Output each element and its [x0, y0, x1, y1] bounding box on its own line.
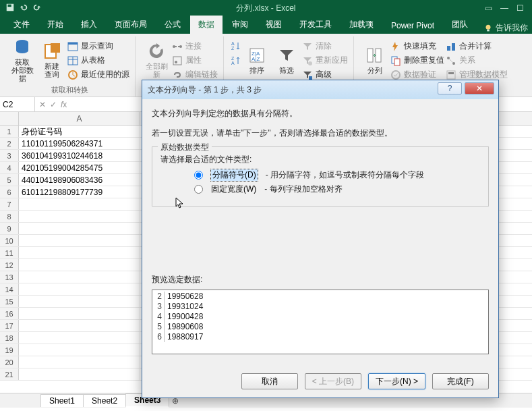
cancel-button[interactable]: 取消 — [241, 373, 298, 389]
row-header[interactable]: 19 — [0, 344, 19, 356]
tab-formulas[interactable]: 公式 — [156, 16, 189, 34]
row-header[interactable]: 6 — [0, 186, 19, 198]
row-header[interactable]: 13 — [0, 271, 19, 283]
cancel-formula-icon[interactable]: ✕ — [39, 100, 46, 109]
row-header[interactable]: 11 — [0, 247, 19, 258]
sort-desc-button[interactable]: ZA — [231, 54, 241, 67]
finish-button[interactable]: 完成(F) — [432, 373, 489, 389]
cell[interactable] — [19, 271, 140, 283]
tab-data[interactable]: 数据 — [190, 16, 223, 34]
connections-button[interactable]: 连接 — [172, 39, 218, 53]
minimize-icon[interactable]: — — [500, 3, 508, 13]
row-header[interactable]: 2 — [0, 138, 19, 149]
row-header[interactable]: 16 — [0, 308, 19, 319]
radio-delimited[interactable] — [194, 171, 203, 180]
reapply-button[interactable]: 重新应用 — [302, 53, 348, 67]
radio-fixed-width[interactable] — [194, 185, 203, 194]
tab-home[interactable]: 开始 — [39, 16, 71, 34]
clear-filter-button[interactable]: 清除 — [302, 39, 348, 53]
show-queries-button[interactable]: 显示查询 — [67, 39, 129, 53]
cell[interactable] — [19, 211, 140, 222]
dialog-help-button[interactable]: ? — [438, 82, 462, 94]
row-header[interactable]: 12 — [0, 259, 19, 271]
ribbon-display-icon[interactable]: ▭ — [485, 3, 492, 13]
sort-asc-button[interactable]: AZ — [231, 39, 241, 53]
text-to-columns-button[interactable]: 分列 — [361, 36, 389, 84]
select-all-corner[interactable] — [0, 112, 19, 125]
flash-fill-button[interactable]: 快速填充 — [390, 39, 444, 53]
cell[interactable] — [19, 235, 140, 246]
dialog-close-button[interactable]: ✕ — [465, 82, 494, 94]
tab-addins[interactable]: 加载项 — [341, 16, 382, 34]
relationships-button[interactable]: 关系 — [446, 53, 508, 67]
cell[interactable]: 420105199004285475 — [19, 162, 140, 173]
new-query-button[interactable]: 新建 查询 — [38, 36, 66, 84]
radio-delimited-row[interactable]: 分隔符号(D) - 用分隔字符，如逗号或制表符分隔每个字段 — [194, 169, 480, 181]
save-icon[interactable] — [5, 3, 15, 14]
cell[interactable] — [19, 198, 140, 210]
row-header[interactable]: 20 — [0, 356, 19, 368]
recent-sources-button[interactable]: 最近使用的源 — [67, 67, 129, 82]
preview-data-box[interactable]: 2199506283199310244199004285198906086198… — [152, 290, 489, 354]
cell[interactable]: 440104198906083436 — [19, 174, 140, 186]
row-header[interactable]: 18 — [0, 332, 19, 344]
cell[interactable] — [19, 356, 140, 368]
row-header[interactable]: 3 — [0, 150, 19, 161]
tab-file[interactable]: 文件 — [5, 16, 38, 34]
name-box-input[interactable] — [3, 100, 32, 109]
cell[interactable] — [19, 247, 140, 258]
cell[interactable] — [19, 283, 140, 295]
refresh-all-button[interactable]: 全部刷新 — [142, 36, 171, 84]
tab-team[interactable]: 团队 — [444, 16, 476, 34]
cell[interactable] — [19, 344, 140, 356]
radio-fixed-row[interactable]: 固定宽度(W) - 每列字段加空格对齐 — [194, 184, 480, 195]
tab-dev[interactable]: 开发工具 — [291, 16, 340, 34]
row-header[interactable]: 17 — [0, 320, 19, 331]
back-button[interactable]: < 上一步(B) — [305, 373, 361, 389]
next-button[interactable]: 下一步(N) > — [368, 373, 425, 389]
cell[interactable] — [19, 259, 140, 271]
dialog-titlebar[interactable]: 文本分列向导 - 第 1 步，共 3 步 ? ✕ — [142, 80, 498, 99]
tab-powerpivot[interactable]: Power Pivot — [383, 18, 442, 34]
tab-insert[interactable]: 插入 — [73, 16, 105, 34]
cell[interactable]: 360104199310244618 — [19, 150, 140, 161]
row-header[interactable]: 15 — [0, 296, 19, 307]
row-header[interactable]: 8 — [0, 211, 19, 222]
tab-review[interactable]: 审阅 — [224, 16, 256, 34]
row-header[interactable]: 21 — [0, 368, 19, 380]
row-header[interactable]: 7 — [0, 198, 19, 210]
cell[interactable] — [19, 308, 140, 319]
sheet-tab-1[interactable]: Sheet1 — [40, 394, 84, 407]
cell[interactable] — [19, 320, 140, 331]
cell[interactable]: 610112198809177739 — [19, 186, 140, 198]
cell[interactable]: 身份证号码 — [19, 126, 140, 137]
row-header[interactable]: 1 — [0, 126, 19, 137]
tab-layout[interactable]: 页面布局 — [107, 16, 155, 34]
sheet-tab-2[interactable]: Sheet2 — [83, 394, 126, 407]
cell[interactable] — [19, 332, 140, 344]
tab-view[interactable]: 视图 — [258, 16, 290, 34]
cell[interactable]: 110101199506284371 — [19, 138, 140, 149]
from-table-button[interactable]: 从表格 — [67, 53, 129, 67]
sort-button[interactable]: Z|AA|Z 排序 — [243, 36, 271, 84]
enter-formula-icon[interactable]: ✓ — [50, 100, 57, 109]
fx-icon[interactable]: fx — [61, 100, 67, 109]
name-box[interactable] — [0, 97, 35, 111]
row-header[interactable]: 10 — [0, 235, 19, 246]
redo-icon[interactable] — [32, 3, 42, 14]
row-header[interactable]: 5 — [0, 174, 19, 186]
undo-icon[interactable] — [19, 3, 28, 14]
properties-button[interactable]: 属性 — [172, 53, 218, 67]
cell[interactable] — [19, 368, 140, 380]
cell[interactable] — [19, 296, 140, 307]
maximize-icon[interactable]: ☐ — [516, 3, 524, 13]
tell-me[interactable]: 告诉我你 — [483, 22, 528, 34]
row-header[interactable]: 9 — [0, 223, 19, 234]
col-header-A[interactable]: A — [19, 112, 140, 125]
filter-button[interactable]: 筛选 — [272, 36, 301, 84]
remove-duplicates-button[interactable]: 删除重复值 — [390, 53, 444, 67]
consolidate-button[interactable]: 合并计算 — [446, 39, 508, 53]
row-header[interactable]: 4 — [0, 162, 19, 173]
cell[interactable] — [19, 223, 140, 234]
get-external-data-button[interactable]: 获取 外部数据 — [8, 36, 36, 84]
